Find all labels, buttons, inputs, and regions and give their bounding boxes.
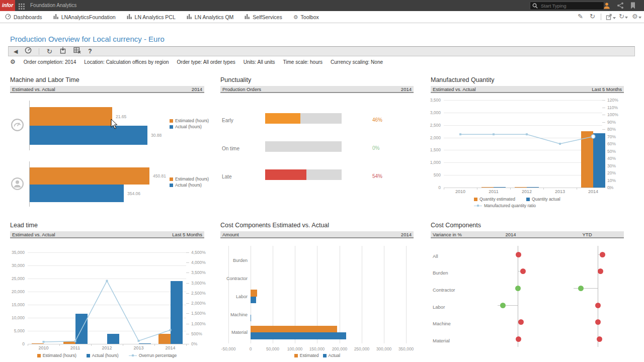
y-axis-tick: 80% [607, 127, 616, 132]
legend-item[interactable]: Overrun percentage [129, 353, 177, 358]
y-axis-tick: 1,500% [191, 311, 206, 316]
bar-estimated [158, 334, 171, 344]
y-axis-tick: 4,000% [191, 260, 206, 265]
help-icon[interactable]: ? [88, 48, 92, 55]
y-axis-tick: 10,000 [3, 315, 25, 320]
bar-estimated [251, 290, 257, 297]
schedule-refresh-icon[interactable]: ↻ [619, 14, 628, 20]
filter-units[interactable]: Units: All units [244, 59, 275, 65]
settings-gear-icon[interactable]: ⚙ [632, 14, 641, 20]
category-label: Burden [433, 270, 448, 276]
gridline [340, 246, 340, 343]
category-label: Material [220, 330, 248, 335]
category-label: Contractor [220, 276, 248, 281]
export-excel-icon[interactable] [73, 47, 81, 56]
right-axis-tick-mark [186, 252, 189, 253]
export-page-icon[interactable] [59, 47, 66, 56]
x-axis-label: 2014 [158, 345, 183, 350]
x-axis-label: 2013 [126, 345, 151, 350]
tab-dashboards[interactable]: Dashboards [5, 14, 42, 21]
y-axis-tick: 2,500% [191, 291, 206, 296]
infor-logo[interactable]: infor [0, 0, 15, 11]
bar-actual [139, 343, 151, 344]
tab-lnanalyticsfoundation[interactable]: LNAnalyticsFoundation [53, 14, 116, 21]
right-axis-tick-mark [602, 108, 605, 108]
legend-item[interactable]: Estimated [294, 353, 319, 358]
tab-toolbox[interactable]: ⚙Toolbox [293, 14, 319, 20]
x-axis-tick-mark [28, 344, 28, 346]
y-axis-tick: 0 [419, 185, 441, 190]
share-icon[interactable] [617, 2, 624, 11]
legend: Manufactured quantity ratio [474, 203, 536, 208]
variance-dot [516, 252, 521, 257]
legend-item[interactable]: Quantity actual [526, 197, 560, 202]
back-icon[interactable]: ◀ [14, 48, 18, 54]
machine-icon [11, 118, 24, 132]
legend-item[interactable]: Actual [323, 353, 341, 358]
y-axis-tick: 30% [607, 163, 616, 168]
search-box[interactable] [530, 2, 604, 10]
bar-estimated [30, 167, 149, 185]
filter-location[interactable]: Location: Calculation offices by region [84, 59, 169, 65]
filter-gear-icon[interactable]: ⚙ [10, 59, 16, 65]
filter-order-completion[interactable]: Order completion: 2014 [24, 59, 76, 65]
tab-selfservices[interactable]: SelfServices [245, 14, 282, 21]
bar-fill [265, 113, 300, 124]
legend: Estimated (hours) [170, 118, 209, 123]
legend-item[interactable]: Manufactured quantity ratio [474, 203, 536, 208]
x-axis-tick-mark [610, 188, 610, 190]
right-axis-tick-mark [186, 283, 189, 284]
tab-ln-analytics-pcl[interactable]: LN Analytics PCL [127, 14, 176, 21]
filter-order-type[interactable]: Order type: All order types [177, 59, 235, 65]
mouse-cursor [111, 119, 119, 132]
export-icon[interactable] [606, 14, 616, 20]
y-axis-tick: 60% [607, 141, 616, 146]
x-axis-tick-mark [543, 188, 544, 190]
bar-estimated [581, 131, 593, 188]
gridline [444, 138, 602, 138]
y-axis-tick: 2,000% [191, 301, 206, 306]
user-icon[interactable] [603, 2, 610, 11]
y-axis-tick: 1,000% [191, 321, 206, 326]
edit-pencil-icon[interactable]: ✎ [578, 14, 583, 20]
tab-ln-analytics-qm[interactable]: LN Analytics QM [187, 14, 234, 21]
bookmark-icon[interactable] [630, 2, 636, 11]
x-axis-label: 2012 [514, 189, 539, 194]
value-label: 450.81 [153, 173, 166, 178]
y-axis-tick: 0% [191, 341, 197, 346]
gridline [444, 125, 602, 126]
filter-currency-scaling[interactable]: Currency scaling: None [331, 59, 383, 65]
legend-item[interactable]: Estimated (hours) [170, 118, 209, 123]
variance-dot [595, 303, 601, 308]
variance-dot [600, 252, 605, 257]
reload-icon[interactable]: ↻ [46, 48, 52, 54]
y-axis-tick: 5,000 [3, 328, 25, 333]
dashboard-tabbar: DashboardsLNAnalyticsFoundationLN Analyt… [0, 11, 644, 23]
y-axis-tick: 1,000 [419, 160, 441, 165]
tab-label: Toolbox [301, 14, 319, 20]
y-axis-tick: 50% [607, 149, 616, 154]
legend-item[interactable]: Actual (hours) [170, 183, 202, 188]
legend-item[interactable]: Actual (hours) [170, 124, 202, 129]
right-axis-tick-mark [602, 122, 605, 123]
category-label: On time [222, 146, 239, 151]
home-gauge-icon[interactable] [25, 47, 32, 56]
filter-time-scale[interactable]: Time scale: hours [283, 59, 323, 65]
y-axis-tick: 3,000 [419, 110, 441, 115]
x-axis-tick-mark [510, 188, 511, 190]
tab-label: Dashboards [14, 14, 42, 20]
x-axis-label: 2014 [581, 189, 606, 194]
legend-item[interactable]: Estimated (hours) [170, 176, 209, 182]
divider [601, 14, 601, 20]
whisker-line [574, 288, 598, 289]
legend-item[interactable]: Actual (hours) [87, 353, 119, 358]
legend-item[interactable]: Estimated (hours) [37, 353, 76, 358]
right-axis-tick-mark [186, 313, 189, 314]
y-axis-tick: 70% [607, 134, 616, 139]
bar-estimated [515, 187, 527, 188]
legend-item[interactable]: Quantity estimated [474, 197, 515, 202]
variance-axis-line [518, 246, 518, 347]
refresh-icon[interactable]: ↻ [590, 14, 595, 20]
search-input[interactable] [540, 3, 608, 9]
app-launcher-icon[interactable] [19, 3, 25, 12]
